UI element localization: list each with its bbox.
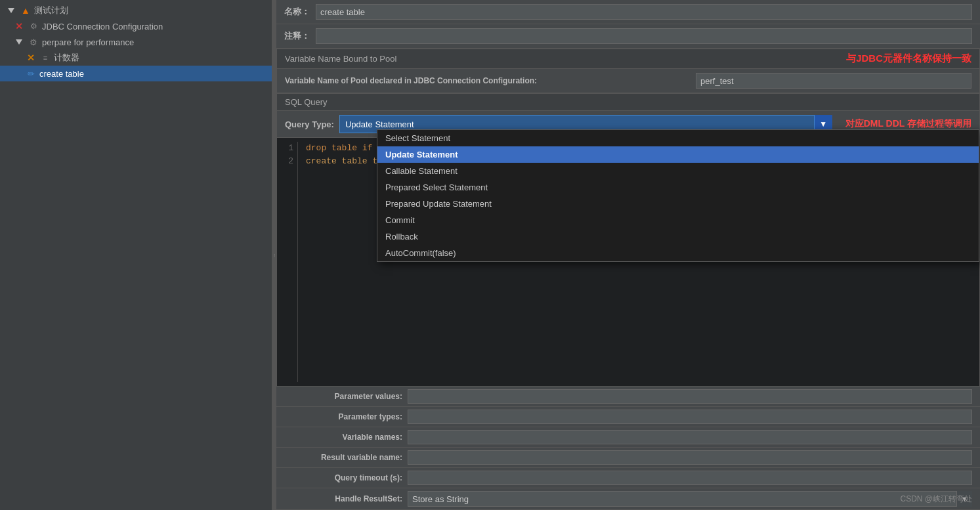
pool-section: Variable Name Bound to Pool 与JDBC元器件名称保持…	[276, 49, 980, 93]
dropdown-item-select-statement[interactable]: Select Statement	[377, 130, 979, 146]
tree-item-test-plan[interactable]: ▲ 测试计划	[0, 3, 272, 18]
kw-drop: drop table if	[306, 143, 372, 153]
param-values-input[interactable]	[408, 389, 972, 404]
query-type-label: Query Type:	[285, 119, 334, 129]
result-variable-input[interactable]	[408, 450, 972, 465]
name-row: 名称：	[276, 0, 980, 24]
dropdown-item-callable-statement[interactable]: Callable Statement	[377, 163, 979, 179]
param-types-label: Parameter types:	[284, 412, 402, 421]
variable-names-row: Variable names:	[276, 427, 980, 448]
query-type-container: Query Type: Update Statement ▼ 对应DML DDL…	[277, 111, 979, 138]
jdbc-config-label: JDBC Connection Configuration	[42, 22, 163, 32]
param-values-row: Parameter values:	[276, 387, 980, 407]
sql-section-header: SQL Query	[277, 94, 979, 111]
handle-resultset-row: Handle ResultSet: Store as String Store …	[276, 488, 980, 510]
prepare-perf-label: perpare for performance	[42, 37, 134, 47]
param-rows: Parameter values: Parameter types: Varia…	[276, 387, 980, 510]
line-num-1: 1	[282, 142, 293, 155]
pool-section-title: Variable Name Bound to Pool	[285, 54, 396, 64]
variable-names-input[interactable]	[408, 430, 972, 444]
param-values-label: Parameter values:	[284, 392, 402, 401]
result-variable-label: Result variable name:	[284, 453, 402, 462]
tree-item-jdbc-config[interactable]: ✕ ⚙ JDBC Connection Configuration	[0, 18, 272, 34]
right-panel-scroll: Variable Name Bound to Pool 与JDBC元器件名称保持…	[276, 49, 980, 510]
pencil-blue-icon: ✏	[25, 68, 37, 79]
test-plan-label: 测试计划	[34, 5, 68, 16]
triangle-down-icon	[5, 5, 17, 16]
query-timeout-row: Query timeout (s):	[276, 468, 980, 488]
comment-label: 注释：	[284, 30, 310, 42]
left-panel: ▲ 测试计划 ✕ ⚙ JDBC Connection Configuration…	[0, 0, 272, 510]
test-plan-icon: ▲	[20, 5, 32, 16]
dropdown-item-autocommit-false[interactable]: AutoCommit(false)	[377, 245, 979, 261]
dropdown-item-prepared-update[interactable]: Prepared Update Statement	[377, 196, 979, 212]
name-input[interactable]	[316, 4, 972, 20]
handle-resultset-label: Handle ResultSet:	[284, 494, 402, 503]
line-numbers: 1 2	[282, 142, 298, 382]
sql-section: SQL Query Query Type: Update Statement ▼…	[276, 93, 980, 387]
line-num-2: 2	[282, 155, 293, 168]
tree-item-create-table[interactable]: ✏ create table	[0, 66, 272, 81]
dropdown-item-prepared-select[interactable]: Prepared Select Statement	[377, 179, 979, 196]
comment-input[interactable]	[316, 28, 972, 44]
query-type-annotation: 对应DML DDL 存储过程等调用	[845, 118, 971, 130]
handle-resultset-select[interactable]: Store as String Store as Object Count Re…	[408, 491, 972, 507]
right-panel: 名称： 注释： Variable Name Bound to Pool 与JDB…	[276, 0, 980, 510]
dropdown-item-update-statement[interactable]: Update Statement	[377, 146, 979, 163]
query-timeout-input[interactable]	[408, 471, 972, 485]
query-timeout-label: Query timeout (s):	[284, 473, 402, 482]
param-types-row: Parameter types:	[276, 407, 980, 427]
tree-item-prepare-perf[interactable]: ⚙ perpare for performance	[0, 34, 272, 50]
counter-label: 计数器	[54, 52, 79, 64]
result-variable-row: Result variable name:	[276, 448, 980, 468]
dropdown-item-rollback[interactable]: Rollback	[377, 228, 979, 245]
counter-icon: ≡	[39, 52, 51, 64]
pool-section-header: Variable Name Bound to Pool 与JDBC元器件名称保持…	[277, 49, 979, 69]
tree-item-counter[interactable]: ✕ ≡ 计数器	[0, 50, 272, 66]
pool-name-row: Variable Name of Pool declared in JDBC C…	[277, 69, 979, 93]
watermark: CSDN @峡江转弯处	[900, 494, 972, 505]
pool-annotation: 与JDBC元器件名称保持一致	[846, 53, 971, 65]
pool-name-label: Variable Name of Pool declared in JDBC C…	[285, 76, 696, 85]
dropdown-item-commit[interactable]: Commit	[377, 212, 979, 228]
comment-row: 注释：	[276, 24, 980, 49]
query-type-dropdown-list: Select Statement Update Statement Callab…	[377, 129, 979, 262]
pool-name-input[interactable]	[696, 73, 971, 89]
create-table-label: create table	[39, 69, 84, 79]
x-orange-icon: ✕	[25, 52, 37, 64]
x-red-icon: ✕	[13, 20, 25, 32]
name-label: 名称：	[284, 6, 310, 18]
gear-icon: ⚙	[28, 36, 39, 48]
variable-names-label: Variable names:	[284, 433, 402, 442]
triangle-down-2-icon	[13, 36, 25, 48]
param-types-input[interactable]	[408, 410, 972, 424]
handle-resultset-select-wrapper: Store as String Store as Object Count Re…	[408, 491, 972, 507]
jdbc-config-icon: ⚙	[28, 20, 39, 32]
kw-create: create table t	[306, 156, 377, 166]
query-type-value: Update Statement	[345, 119, 414, 129]
